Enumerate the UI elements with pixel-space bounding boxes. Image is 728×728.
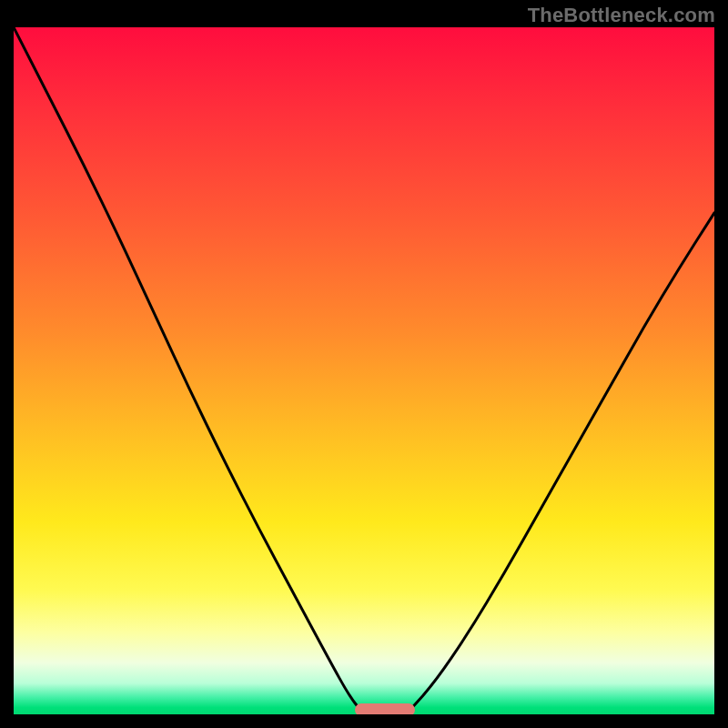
plot-area bbox=[14, 27, 714, 714]
minimum-pill bbox=[355, 703, 414, 714]
watermark-text: TheBottleneck.com bbox=[528, 4, 715, 27]
left-curve bbox=[14, 27, 364, 714]
chart-frame: TheBottleneck.com bbox=[0, 0, 728, 728]
right-curve bbox=[406, 213, 714, 714]
curve-layer bbox=[14, 27, 714, 714]
